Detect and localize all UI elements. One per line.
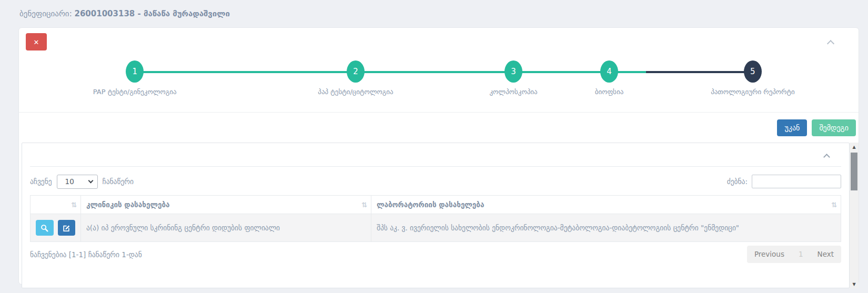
records-info: ნაჩვენებია [1-1] ჩანაწერი 1-დან — [30, 250, 142, 259]
column-header-clinic[interactable]: კლინიკის დასახელება ⇅ — [81, 196, 371, 214]
edit-pencil-icon — [63, 224, 70, 231]
length-label-suffix: ჩანაწერი — [103, 177, 134, 186]
step-2-pap-test-cytology[interactable]: 2 პაპ ტესტი/ციტოლოგია — [347, 60, 365, 83]
sort-icon: ⇅ — [361, 201, 367, 209]
results-collapse-toggle[interactable] — [824, 151, 829, 161]
step-label: პათოლოგიური რეპორტი — [711, 88, 795, 96]
clinic-cell: ა(ა) იპ ეროვნული სკრინინგ ცენტრი დიდუბის… — [81, 214, 371, 242]
beneficiary-value: 26001003138 - მაწაწა მურადაშვილი — [74, 9, 229, 18]
pagination-next[interactable]: Next — [810, 246, 841, 263]
table-footer: ნაჩვენებია [1-1] ჩანაწერი 1-დან Previous… — [30, 246, 841, 263]
step-circle: 2 — [347, 60, 365, 83]
scroll-down-arrow[interactable]: ▼ — [850, 280, 859, 288]
step-circle: 5 — [744, 60, 762, 83]
column-header-actions[interactable]: ⇅ — [31, 196, 81, 214]
step-circle: 1 — [126, 60, 144, 83]
scroll-up-arrow[interactable]: ▲ — [850, 143, 859, 151]
search-input[interactable] — [752, 175, 841, 188]
close-button[interactable]: ✕ — [26, 33, 47, 50]
wizard-actions: უკან შემდეგი — [19, 113, 859, 143]
panel-collapse-toggle[interactable] — [828, 38, 833, 48]
vertical-scrollbar: ▲ ▼ — [850, 143, 859, 288]
column-header-laboratory[interactable]: ლაბორატორიის დასახელება ⇅ — [371, 196, 841, 214]
step-circle: 3 — [504, 60, 522, 83]
page-length-select[interactable]: 10 — [57, 175, 98, 189]
length-label-prefix: აჩვენე — [30, 177, 52, 186]
search-label: ძებნა: — [727, 177, 748, 186]
view-button[interactable] — [36, 220, 54, 236]
pagination-page-1[interactable]: 1 — [792, 246, 810, 263]
laboratory-cell: შპს აკ. ვ. ივერიელის სახელობის ენდოკრინო… — [371, 214, 841, 242]
divider — [30, 166, 841, 167]
sort-icon: ⇅ — [831, 201, 837, 209]
panel-toolbar: ✕ — [19, 28, 859, 57]
search-icon — [41, 224, 48, 232]
step-number: 2 — [353, 67, 358, 76]
step-circle: 4 — [600, 60, 618, 83]
results-table: ⇅ კლინიკის დასახელება ⇅ ლაბორატორიის დას… — [30, 195, 841, 242]
chevron-up-icon — [823, 154, 830, 160]
column-label: კლინიკის დასახელება — [86, 200, 170, 209]
chevron-up-icon — [827, 40, 834, 47]
pagination: Previous 1 Next — [747, 246, 841, 263]
table-header-row: ⇅ კლინიკის დასახელება ⇅ ლაბორატორიის დას… — [31, 196, 841, 214]
edit-button[interactable] — [58, 220, 76, 236]
page-title: ბენეფიციარი: 26001003138 - მაწაწა მურადა… — [0, 0, 868, 27]
results-panel: აჩვენე 10 ჩანაწერი ძებნა: — [22, 143, 850, 288]
step-1-pap-test-gynecology[interactable]: 1 PAP ტესტი/გინეკოლოგია — [126, 60, 144, 83]
scroll-region: აჩვენე 10 ჩანაწერი ძებნა: — [22, 143, 859, 288]
wizard-panel: ✕ 1 PAP ტესტი/გინეკოლოგია 2 პაპ ტესტი/ცი… — [18, 27, 859, 285]
chevron-down-icon — [88, 178, 93, 183]
row-actions-cell — [31, 214, 81, 242]
step-label: პაპ ტესტი/ციტოლოგია — [318, 88, 393, 96]
scrollbar-track — [850, 151, 859, 280]
scrollbar-thumb[interactable] — [851, 153, 857, 190]
step-label: ბიოფსია — [595, 88, 624, 96]
step-label: კოლპოსკოპია — [489, 88, 537, 96]
step-4-biopsy[interactable]: 4 ბიოფსია — [600, 60, 618, 83]
back-button[interactable]: უკან — [777, 119, 807, 136]
step-5-pathology-report[interactable]: 5 პათოლოგიური რეპორტი — [744, 60, 762, 83]
sort-icon: ⇅ — [71, 201, 77, 209]
step-number: 4 — [607, 67, 612, 76]
wizard-stepper: 1 PAP ტესტი/გინეკოლოგია 2 პაპ ტესტი/ციტო… — [19, 60, 859, 112]
next-button[interactable]: შემდეგი — [812, 119, 856, 136]
beneficiary-label: ბენეფიციარი: — [19, 9, 72, 18]
stepper-progress-line — [135, 71, 646, 73]
table-row: ა(ა) იპ ეროვნული სკრინინგ ცენტრი დიდუბის… — [31, 214, 841, 242]
step-label: PAP ტესტი/გინეკოლოგია — [93, 88, 177, 96]
column-label: ლაბორატორიის დასახელება — [377, 200, 484, 209]
page-length-control: აჩვენე 10 ჩანაწერი — [30, 175, 134, 189]
table-controls: აჩვენე 10 ჩანაწერი ძებნა: — [30, 174, 841, 189]
stepper-remaining-line — [646, 71, 753, 73]
close-icon: ✕ — [34, 38, 39, 46]
search-control: ძებნა: — [727, 175, 841, 188]
pagination-previous[interactable]: Previous — [747, 246, 792, 263]
step-number: 5 — [750, 67, 755, 76]
step-3-colposcopy[interactable]: 3 კოლპოსკოპია — [504, 60, 522, 83]
step-number: 1 — [132, 67, 137, 76]
page-length-value: 10 — [65, 177, 74, 186]
step-number: 3 — [511, 67, 516, 76]
